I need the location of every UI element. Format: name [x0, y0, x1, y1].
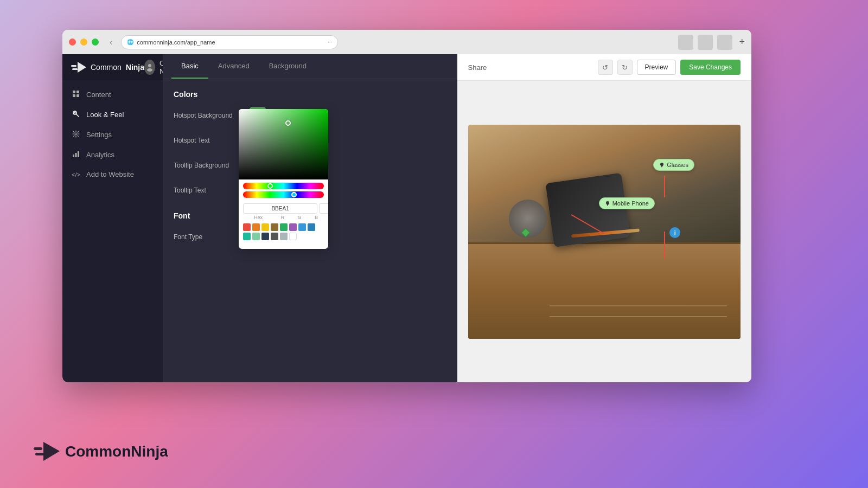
- swatch-10[interactable]: [261, 233, 269, 240]
- tabs-bar: Basic Advanced Background: [163, 54, 457, 79]
- add-to-website-icon: </>: [71, 171, 81, 178]
- sidebar-item-content-label: Content: [86, 91, 111, 99]
- svg-point-3: [148, 64, 151, 67]
- browser-titlebar: ‹ 🌐 commonninja.com/app_name ··· +: [62, 30, 751, 54]
- svg-rect-20: [34, 447, 42, 450]
- sidebar-item-add-to-website-label: Add to Website: [86, 170, 134, 178]
- tab-advanced[interactable]: Advanced: [208, 54, 259, 79]
- hotspot-bg-label: Hotspot Background: [174, 112, 250, 119]
- share-label: Share: [468, 63, 487, 72]
- svg-marker-17: [661, 165, 663, 168]
- swatch-1[interactable]: [252, 223, 260, 231]
- swatch-0[interactable]: [243, 223, 251, 231]
- browser-tab-1[interactable]: [678, 35, 693, 50]
- tooltip-bg-label: Tooltip Background: [174, 162, 250, 169]
- browser-address-bar[interactable]: 🌐 commonninja.com/app_name ···: [121, 35, 338, 49]
- svg-line-10: [76, 114, 79, 117]
- svg-marker-22: [43, 442, 60, 461]
- undo-button[interactable]: ↺: [598, 60, 613, 75]
- traffic-light-minimize[interactable]: [80, 38, 87, 46]
- browser-actions: +: [678, 35, 745, 50]
- r-label: R: [275, 215, 290, 220]
- picker-input-labels: Hex R G B: [239, 215, 328, 220]
- swatch-11[interactable]: [271, 233, 278, 240]
- svg-point-12: [75, 133, 77, 135]
- preview-actions: ↺ ↻ Preview Save Changes: [598, 60, 741, 75]
- bottom-logo: CommonNinja: [33, 442, 168, 461]
- browser-back-button[interactable]: ‹: [110, 37, 112, 47]
- tab-background[interactable]: Background: [259, 54, 316, 79]
- swatch-13[interactable]: [289, 233, 297, 240]
- svg-rect-15: [78, 151, 79, 157]
- svg-rect-6: [76, 91, 79, 93]
- sidebar-nav: Content Look & Feel: [62, 80, 163, 382]
- svg-rect-14: [75, 153, 77, 157]
- preview-area: Share ↺ ↻ Preview Save Changes: [457, 54, 752, 382]
- picker-cursor: [285, 120, 291, 126]
- content-icon: [71, 90, 81, 99]
- sidebar-item-look-feel[interactable]: Look & Feel: [62, 105, 163, 125]
- app-container: CommonNinja Common Ninja ▾: [62, 54, 751, 382]
- picker-gradient[interactable]: [239, 109, 328, 179]
- header-logo-bold: Ninja: [126, 63, 144, 72]
- sidebar-item-content[interactable]: Content: [62, 85, 163, 105]
- picker-hue-bar[interactable]: [243, 183, 324, 189]
- browser-tab-2[interactable]: [698, 35, 713, 50]
- panel-content: Colors Hotspot Background Hotspot Text T…: [163, 79, 457, 382]
- swatch-3[interactable]: [271, 223, 278, 231]
- tab-basic[interactable]: Basic: [171, 54, 208, 79]
- picker-hex-input[interactable]: [243, 203, 317, 214]
- browser-tab-3[interactable]: [717, 35, 732, 50]
- swatch-12[interactable]: [280, 233, 288, 240]
- swatch-2[interactable]: [261, 223, 269, 231]
- picker-r-input[interactable]: [319, 203, 328, 214]
- swatch-8[interactable]: [243, 233, 251, 240]
- sidebar-item-analytics[interactable]: Analytics: [62, 145, 163, 165]
- sidebar-item-add-to-website[interactable]: </> Add to Website: [62, 165, 163, 184]
- analytics-icon: [71, 150, 81, 159]
- traffic-light-maximize[interactable]: [92, 38, 99, 46]
- app-header: CommonNinja Common Ninja ▾: [62, 54, 163, 80]
- tooltip-text-label: Tooltip Text: [174, 187, 250, 194]
- sidebar-item-analytics-label: Analytics: [86, 151, 114, 159]
- user-avatar: [144, 60, 155, 75]
- preview-button[interactable]: Preview: [637, 60, 676, 75]
- redo-button[interactable]: ↻: [617, 60, 633, 75]
- svg-rect-1: [72, 68, 78, 70]
- picker-swatches: [239, 220, 328, 243]
- swatch-9[interactable]: [252, 233, 260, 240]
- swatch-7[interactable]: [308, 223, 315, 231]
- sidebar-item-settings-label: Settings: [86, 131, 112, 139]
- hotspot-glasses-tag: Glasses: [653, 159, 694, 171]
- hotspot-glasses-label: Glasses: [667, 162, 688, 168]
- svg-rect-0: [71, 65, 76, 67]
- svg-point-11: [74, 112, 76, 114]
- preview-image: [468, 125, 741, 339]
- colors-section-title: Colors: [174, 90, 446, 99]
- swatch-4[interactable]: [280, 223, 288, 231]
- g-label: G: [292, 215, 307, 220]
- svg-rect-7: [73, 94, 75, 97]
- settings-icon: [71, 130, 81, 139]
- hotspot-text-label: Hotspot Text: [174, 137, 250, 144]
- sidebar-item-settings[interactable]: Settings: [62, 125, 163, 145]
- sidebar: CommonNinja Common Ninja ▾: [62, 54, 163, 382]
- traffic-light-close[interactable]: [69, 38, 76, 46]
- hotspot-mobile-tag: Mobile Phone: [599, 197, 655, 209]
- swatch-6[interactable]: [298, 223, 306, 231]
- hotspot-glasses-line: [664, 176, 665, 197]
- picker-inputs: [239, 200, 328, 215]
- save-changes-button[interactable]: Save Changes: [680, 60, 741, 75]
- hotspot-mobile-line-2: [664, 232, 665, 259]
- preview-image-container: Glasses Mobile Phone: [468, 125, 741, 339]
- color-picker-popup: Hex R G B: [239, 109, 328, 249]
- swatch-5[interactable]: [289, 223, 297, 231]
- svg-marker-19: [607, 204, 609, 206]
- picker-spectrum-bar[interactable]: [243, 191, 324, 198]
- hex-label: Hex: [243, 215, 273, 220]
- bottom-logo-text: CommonNinja: [65, 443, 168, 460]
- bottom-logo-icon: [33, 442, 60, 461]
- browser-new-tab[interactable]: +: [739, 36, 745, 48]
- browser-window: ‹ 🌐 commonninja.com/app_name ··· +: [62, 30, 751, 382]
- picker-hue-thumb: [267, 183, 273, 189]
